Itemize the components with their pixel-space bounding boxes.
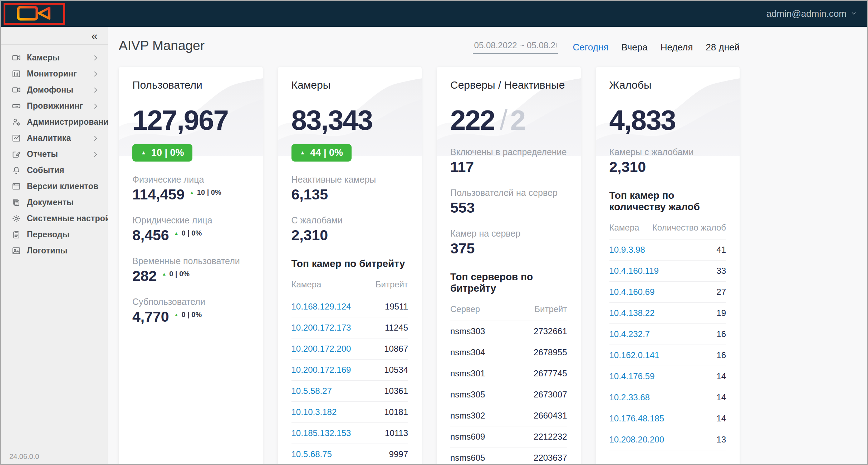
sidebar-item-label: Администрирование <box>27 117 113 127</box>
user-menu[interactable]: admin@admin.com <box>766 1 857 27</box>
sidebar-item-events[interactable]: События <box>1 162 108 178</box>
sidebar-item-client-versions[interactable]: Версии клиентов <box>1 178 108 194</box>
substat-delta-text: 0 | 0% <box>181 229 202 237</box>
table-row: 10.208.20.20013 <box>609 429 726 450</box>
table-row: nsms6092212232 <box>450 426 567 447</box>
table-row-link[interactable]: 10.208.20.200 <box>609 435 664 445</box>
substat-value: 4,770 <box>132 309 169 325</box>
substat-2: Пользователей на сервер553 <box>450 188 567 216</box>
table-row-link[interactable]: 10.4.160.119 <box>609 266 659 276</box>
camera-icon <box>11 85 21 95</box>
sidebar-item-analytics[interactable]: Аналитика <box>1 130 108 146</box>
sidebar-collapse-row: « <box>1 27 108 45</box>
table-row-link[interactable]: 10.176.48.185 <box>609 414 664 424</box>
dashboard-cards: Пользователи127,967▲10 | 0%Физические ли… <box>119 67 740 464</box>
range-tab-yesterday[interactable]: Вчера <box>621 42 647 53</box>
range-tab-today[interactable]: Сегодня <box>573 42 609 53</box>
sidebar-item-monitoring[interactable]: Мониторинг <box>1 66 108 82</box>
table-row-value: 14 <box>716 392 726 402</box>
sidebar-item-logos[interactable]: Логотипы <box>1 243 108 259</box>
table-row-name: nsms609 <box>450 432 485 442</box>
table-row-link[interactable]: 10.2.33.68 <box>609 392 650 402</box>
substat-2: С жалобами2,310 <box>291 215 408 243</box>
main-value-number: 127,967 <box>132 104 228 136</box>
table-row-value: 11245 <box>385 323 408 333</box>
main-value-number: 83,343 <box>291 104 373 136</box>
table-header-row: СерверБитрейт <box>450 304 567 321</box>
card-title: Серверы / Неактивные <box>450 79 567 91</box>
table-row-link[interactable]: 10.185.132.153 <box>291 428 351 438</box>
range-tab-week[interactable]: Неделя <box>661 42 693 53</box>
table-row: 10.4.160.11933 <box>609 261 726 282</box>
table-row-link[interactable]: 10.4.176.59 <box>609 371 655 381</box>
table-row: nsms3052673007 <box>450 384 567 405</box>
table-row-link[interactable]: 10.5.68.75 <box>291 449 332 459</box>
table-row-value: 10181 <box>384 407 408 417</box>
page-header: AIVP Manager СегодняВчераНеделя28 дней <box>119 27 740 67</box>
sidebar-item-cameras[interactable]: Камеры <box>1 50 108 66</box>
table-row-link[interactable]: 10.168.129.124 <box>291 302 351 312</box>
range-tab-28-days[interactable]: 28 дней <box>706 42 740 53</box>
table-row-link[interactable]: 10.162.0.141 <box>609 350 659 360</box>
chevron-right-icon <box>92 70 99 78</box>
trend-badge-text: 44 | 0% <box>310 147 343 158</box>
triangle-up-icon: ▲ <box>141 150 146 155</box>
table-row: 10.162.0.14116 <box>609 345 726 366</box>
table-row-link[interactable]: 10.200.172.200 <box>291 344 351 354</box>
chevron-right-icon <box>92 151 99 158</box>
chevron-right-icon <box>92 86 99 94</box>
table-row-link[interactable]: 10.9.3.98 <box>609 245 645 255</box>
sidebar-item-system-settings[interactable]: Системные настройки <box>1 211 108 227</box>
table-row-value: 16 <box>716 329 726 339</box>
card-main-value: 83,343 <box>291 106 408 134</box>
table-header-row: КамераБитрейт <box>291 280 408 296</box>
substat-delta: ▲0 | 0% <box>162 270 190 278</box>
video-camera-icon <box>16 6 52 22</box>
sidebar-item-label: Домофоны <box>27 85 92 95</box>
line-chart-icon <box>11 133 21 143</box>
table-row-value: 14 <box>716 414 726 424</box>
table-column-header: Битрейт <box>534 304 567 314</box>
substat-value: 375 <box>450 241 475 256</box>
trend-badge-text: 10 | 0% <box>151 147 184 158</box>
collapse-sidebar-icon[interactable]: « <box>91 30 98 41</box>
substat-label: Физические лица <box>132 174 249 185</box>
table-row-link[interactable]: 10.10.3.182 <box>291 407 337 417</box>
table-row-value: 10534 <box>384 365 408 375</box>
table-row-value: 2203637 <box>534 453 567 463</box>
card-main-value: 4,833 <box>609 106 726 134</box>
substat-value: 2,310 <box>291 228 328 243</box>
table-row-link[interactable]: 10.5.58.27 <box>291 386 332 396</box>
sidebar-item-provisioning[interactable]: Провижининг <box>1 98 108 114</box>
card-main-value: 222/2 <box>450 106 567 134</box>
chevron-right-icon <box>92 54 99 61</box>
substat-value: 8,456 <box>132 228 169 243</box>
table-row-link[interactable]: 10.4.232.7 <box>609 329 650 339</box>
substat-label: Временные пользователи <box>132 256 249 266</box>
table-row-link[interactable]: 10.4.160.69 <box>609 287 655 297</box>
sidebar-item-administration[interactable]: Администрирование <box>1 114 108 130</box>
substat-value: 117 <box>450 159 474 175</box>
page-title: AIVP Manager <box>119 38 205 53</box>
substat-label: Пользователей на сервер <box>450 188 567 198</box>
table-row: nsms6052203637 <box>450 447 567 464</box>
substat-label: Камеры с жалобами <box>609 147 726 157</box>
table-row-link[interactable]: 10.200.172.173 <box>291 323 351 333</box>
date-range-input[interactable] <box>473 40 558 54</box>
sidebar-nav: КамерыМониторингДомофоныПровижинингАдмин… <box>1 45 108 259</box>
topbar: admin@admin.com <box>1 1 867 27</box>
sidebar-item-doorphones[interactable]: Домофоны <box>1 82 108 98</box>
sidebar-item-translations[interactable]: Переводы <box>1 227 108 243</box>
chevron-right-icon <box>92 135 99 142</box>
table-row-link[interactable]: 10.200.172.169 <box>291 365 351 375</box>
card-servers: Серверы / Неактивные222/2Включены в расп… <box>437 67 581 464</box>
sidebar-item-reports[interactable]: Отчеты <box>1 146 108 162</box>
main-value-number: 4,833 <box>609 104 676 136</box>
substat-delta: ▲0 | 0% <box>174 229 202 237</box>
table-row-link[interactable]: 10.4.138.22 <box>609 308 655 318</box>
table-row: 10.176.48.18514 <box>609 408 726 429</box>
sidebar-item-documents[interactable]: Документы <box>1 194 108 211</box>
table-row: nsms3012677745 <box>450 363 567 384</box>
sidebar-item-label: События <box>27 165 99 175</box>
table-row-value: 2673007 <box>534 390 567 400</box>
